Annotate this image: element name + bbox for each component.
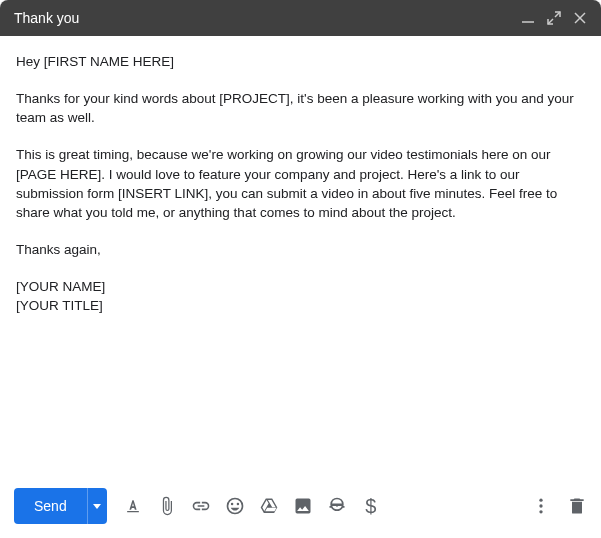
svg-point-6 [539, 499, 542, 502]
body-p2: This is great timing, because we're work… [16, 145, 585, 222]
signature-title: [YOUR TITLE] [16, 296, 585, 315]
money-icon[interactable]: $ [361, 496, 381, 516]
more-options-icon[interactable] [531, 496, 551, 516]
window-controls [521, 11, 587, 25]
image-icon[interactable] [293, 496, 313, 516]
right-toolbar-icons [531, 496, 587, 516]
link-icon[interactable] [191, 496, 211, 516]
titlebar: Thank you [0, 0, 601, 36]
svg-marker-5 [93, 504, 101, 509]
send-button[interactable]: Send [14, 488, 87, 524]
emoji-icon[interactable] [225, 496, 245, 516]
body-p1: Thanks for your kind words about [PROJEC… [16, 89, 585, 127]
send-options-button[interactable] [87, 488, 107, 524]
svg-point-7 [539, 504, 542, 507]
attach-icon[interactable] [157, 496, 177, 516]
minimize-icon[interactable] [521, 11, 535, 25]
formatting-icons: $ [123, 496, 381, 516]
signature-name: [YOUR NAME] [16, 277, 585, 296]
send-group: Send [14, 488, 107, 524]
compose-window: Thank you Hey [FIRST NAME HERE] Thanks f… [0, 0, 601, 538]
expand-icon[interactable] [547, 11, 561, 25]
svg-point-8 [539, 510, 542, 513]
compose-toolbar: Send [0, 478, 601, 538]
drive-icon[interactable] [259, 496, 279, 516]
close-icon[interactable] [573, 11, 587, 25]
discard-icon[interactable] [567, 496, 587, 516]
body-closing: Thanks again, [16, 240, 585, 259]
confidential-icon[interactable] [327, 496, 347, 516]
subject-text: Thank you [14, 10, 79, 26]
format-text-icon[interactable] [123, 496, 143, 516]
body-greeting: Hey [FIRST NAME HERE] [16, 52, 585, 71]
email-body[interactable]: Hey [FIRST NAME HERE] Thanks for your ki… [0, 36, 601, 478]
